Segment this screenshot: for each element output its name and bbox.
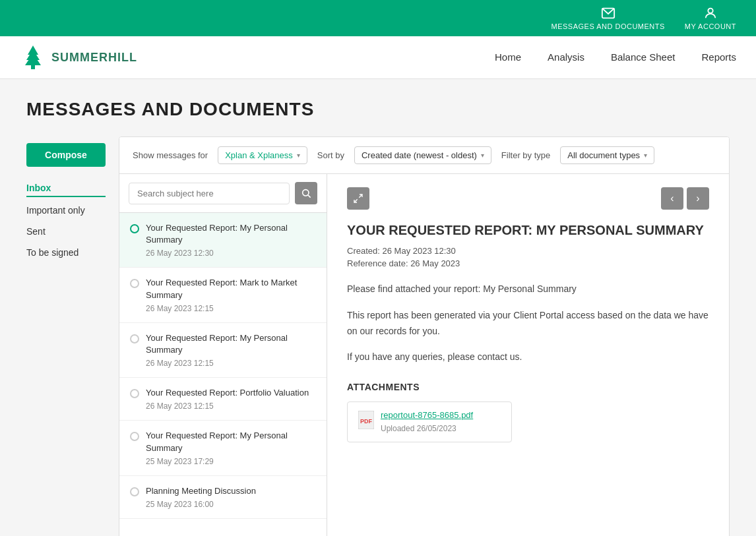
attachment-info: reportout-8765-8685.pdf Uploaded 26/05/2… [381,410,501,434]
detail-toolbar: ‹ › [347,187,709,210]
show-messages-label: Show messages for [133,150,208,160]
message-date: 25 May 2023 17:29 [146,457,316,466]
message-radio [130,279,139,288]
navbar: SUMMERHILL Home Analysis Balance Sheet R… [0,36,756,79]
sort-value: Created date (newest - oldest) [362,150,477,160]
sidebar-item-important-only[interactable]: Important only [26,202,106,218]
expand-button[interactable] [347,187,369,210]
svg-line-9 [354,199,358,202]
sidebar-item-inbox[interactable]: Inbox [26,180,106,197]
messages-main: Show messages for Xplan & Xplaness ▾ Sor… [119,136,730,536]
filter-type-label: Filter by type [501,150,550,160]
sidebar-item-sent[interactable]: Sent [26,223,106,239]
compose-button[interactable]: Compose [26,143,106,167]
message-radio [130,432,139,441]
sidebar-nav: Inbox Important only Sent To be signed [26,180,106,260]
nav-home[interactable]: Home [495,51,521,63]
reference-value: 26 May 2023 [410,258,460,268]
messages-for-value: Xplan & Xplaness [225,150,293,160]
prev-icon: ‹ [670,193,674,204]
body-line3: If you have any queries, please contact … [347,349,709,365]
filter-type-value: All document types [567,150,640,160]
message-body: Planning Meeting Discussion 25 May 2023 … [146,485,316,509]
attachments-title: ATTACHMENTS [347,382,709,392]
detail-created: Created: 26 May 2023 12:30 [347,246,709,256]
nav-balance-sheet[interactable]: Balance Sheet [611,51,676,63]
table-row[interactable]: Your Requested Report: My Personal Summa… [119,213,327,268]
messages-for-select[interactable]: Xplan & Xplaness ▾ [218,146,307,164]
message-subject: Your Requested Report: My Personal Summa… [146,222,316,246]
message-date: 26 May 2023 12:15 [146,359,316,368]
split-panel: Your Requested Report: My Personal Summa… [119,174,729,536]
table-row[interactable]: Your Requested Report: Portfolio Valuati… [119,378,327,421]
filter-type-chevron: ▾ [644,152,647,159]
message-radio [130,389,139,398]
messages-layout: Compose Inbox Important only Sent To be … [26,136,730,536]
message-body: Your Requested Report: Portfolio Valuati… [146,387,316,411]
search-icon [301,188,311,198]
message-subject: Your Requested Report: My Personal Summa… [146,332,316,356]
sort-select[interactable]: Created date (newest - oldest) ▾ [354,146,491,164]
reference-label: Reference date: [347,258,408,268]
created-label: Created: [347,246,380,256]
body-line1: Please find attached your report: My Per… [347,282,709,297]
detail-title: YOUR REQUESTED REPORT: MY PERSONAL SUMMA… [347,223,709,238]
my-account-label: MY ACCOUNT [685,22,736,30]
search-bar [119,174,327,213]
attachment-name[interactable]: reportout-8765-8685.pdf [381,410,501,420]
message-subject: Your Requested Report: Portfolio Valuati… [146,387,316,399]
my-account-link[interactable]: MY ACCOUNT [685,6,736,30]
detail-body: Please find attached your report: My Per… [347,282,709,365]
prev-button[interactable]: ‹ [661,187,683,210]
table-row[interactable]: Your Requested Report: My Personal Summa… [119,421,327,475]
search-input[interactable] [129,183,290,204]
expand-icon [353,193,363,204]
detail-reference: Reference date: 26 May 2023 [347,258,709,268]
mail-icon [601,6,615,20]
page-content: MESSAGES AND DOCUMENTS Compose Inbox Imp… [0,79,756,536]
user-icon [703,6,718,20]
svg-point-6 [303,190,309,196]
messages-documents-link[interactable]: MESSAGES AND DOCUMENTS [551,6,665,30]
messages-documents-label: MESSAGES AND DOCUMENTS [551,22,665,30]
next-icon: › [696,193,699,204]
message-subject: Your Requested Report: Mark to Market Su… [146,277,316,301]
table-row[interactable]: Your Requested Report: Mark to Market Su… [119,268,327,322]
message-date: 26 May 2023 12:15 [146,402,316,411]
sidebar-item-to-be-signed[interactable]: To be signed [26,245,106,260]
message-subject: Your Requested Report: My Personal Summa… [146,430,316,454]
svg-text:PDF: PDF [360,418,373,425]
sidebar: Compose Inbox Important only Sent To be … [26,136,119,536]
svg-point-1 [708,9,712,13]
logo-text: SUMMERHILL [51,51,137,65]
message-date: 25 May 2023 16:00 [146,500,316,509]
filter-bar: Show messages for Xplan & Xplaness ▾ Sor… [119,137,729,174]
logo-tree-icon [20,44,46,71]
search-button[interactable] [295,182,317,204]
logo[interactable]: SUMMERHILL [20,44,137,71]
table-row[interactable]: Your Requested Report: My Personal Summa… [119,323,327,378]
svg-line-8 [359,194,362,198]
message-list: Your Requested Report: My Personal Summa… [119,174,327,536]
body-line2: This report has been generated via your … [347,308,709,340]
message-date: 26 May 2023 12:15 [146,304,316,313]
message-subject: Planning Meeting Discussion [146,485,316,497]
nav-links: Home Analysis Balance Sheet Reports [495,51,736,63]
message-radio [130,224,139,233]
message-radio [130,334,139,343]
created-value: 26 May 2023 12:30 [383,246,456,256]
message-body: Your Requested Report: My Personal Summa… [146,222,316,258]
svg-rect-5 [31,65,35,69]
message-body: Your Requested Report: Mark to Market Su… [146,277,316,313]
message-body: Your Requested Report: My Personal Summa… [146,430,316,465]
topbar: MESSAGES AND DOCUMENTS MY ACCOUNT [0,0,756,36]
nav-buttons: ‹ › [661,187,709,210]
nav-analysis[interactable]: Analysis [548,51,584,63]
message-body: Your Requested Report: My Personal Summa… [146,332,316,368]
attachment-card: PDF reportout-8765-8685.pdf Uploaded 26/… [347,402,512,442]
next-button[interactable]: › [687,187,709,210]
pdf-icon: PDF [358,411,374,433]
nav-reports[interactable]: Reports [701,51,736,63]
filter-type-select[interactable]: All document types ▾ [560,146,654,164]
table-row[interactable]: Planning Meeting Discussion 25 May 2023 … [119,476,327,519]
